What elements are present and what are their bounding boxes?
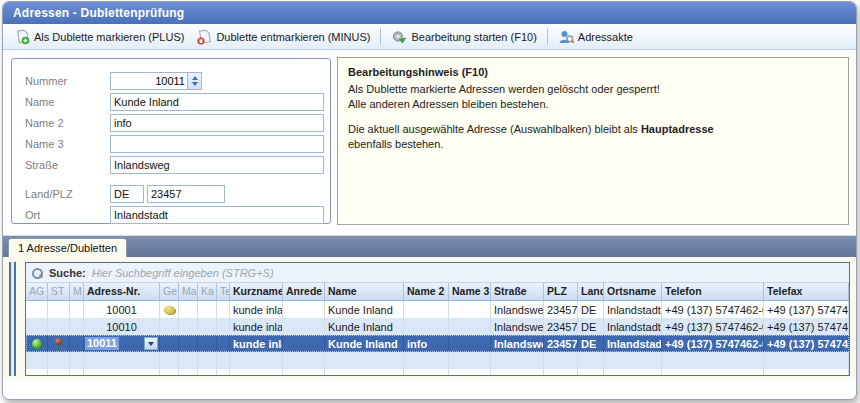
column-header-telefax[interactable]: Telefax [764,283,849,300]
column-header-strasse[interactable]: Straße [491,283,544,300]
cell-telefon: +49 (137) 5747462-00 [662,318,764,335]
table-row[interactable] [26,352,849,369]
mark-duplicate-plus-icon [14,29,30,45]
start-editing-icon [391,29,407,45]
start-editing-label: Bearbeitung starten (F10) [411,31,536,43]
tab-adresse-dubletten[interactable]: 1 Adresse/Dubletten [8,238,127,257]
table-row[interactable]: 10001kunde inlaKunde InlandInlandsweg234… [26,301,849,318]
name-input[interactable] [110,93,324,111]
search-input[interactable]: Hier Suchbegriff eingeben (STRG+S) [92,267,274,279]
cell-ma [179,369,198,376]
start-editing-button[interactable]: Bearbeitung starten (F10) [385,27,542,47]
strasse-input[interactable] [110,156,324,174]
cell-plz [544,352,578,369]
table-row[interactable]: 10011kunde inlaKunde InlandinfoInlandswe… [26,335,849,352]
cell-kurzname: kunde inla [230,335,283,352]
upper-area: Nummer Name Name 2 Name 3 [3,50,856,235]
column-header-telefon[interactable]: Telefon [662,283,764,300]
spinner-up-icon[interactable] [192,76,198,80]
cell-kurzname [230,369,283,376]
cell-land [578,352,604,369]
cell-name2 [404,352,449,369]
cell-ag [26,369,48,376]
cell-telefon: +49 (137) 5747462-00 [662,301,764,318]
cell-telefax: +49 (137) 5747462-99 [764,301,849,318]
cell-st [48,352,70,369]
cell-m [70,335,84,352]
cell-ma [179,352,198,369]
cell-ortsname [604,352,662,369]
adressnr-editor[interactable]: 10011 [84,335,160,352]
table-row[interactable] [26,369,849,376]
column-header-adressnr[interactable]: Adress-Nr. [84,283,160,300]
cell-name3 [449,301,491,318]
column-header-name2[interactable]: Name 2 [404,283,449,300]
cell-name [325,369,404,376]
column-header-m[interactable]: M [70,283,84,300]
column-header-land[interactable]: Land [578,283,604,300]
name3-label: Name 3 [25,138,110,150]
cell-ma [179,318,198,335]
column-header-plz[interactable]: PLZ [544,283,578,300]
cell-anrede [283,369,325,376]
column-header-ka[interactable]: Ka [198,283,217,300]
cell-ge [160,335,179,352]
window-title: Adressen - Dublettenprüfung [3,2,856,24]
cell-st [48,335,70,352]
cell-m [70,352,84,369]
cell-ka [198,352,217,369]
column-header-ma[interactable]: Ma [179,283,198,300]
column-header-st[interactable]: ST [48,283,70,300]
cell-telefon [662,352,764,369]
hint-panel: Bearbeitungshinweis (F10) Als Dublette m… [337,57,849,225]
cell-strasse: Inlandsweg [491,318,544,335]
column-header-ortsname[interactable]: Ortsname [604,283,662,300]
column-header-kurzname[interactable]: Kurzname [230,283,283,300]
cell-land: DE [578,335,604,352]
cell-name: Kunde Inland [325,335,404,352]
column-header-name3[interactable]: Name 3 [449,283,491,300]
address-file-button[interactable]: Adressakte [552,27,639,47]
land-input[interactable] [110,185,144,203]
nummer-spinner[interactable] [187,73,201,89]
cell-ka [198,335,217,352]
cell-kurzname [230,352,283,369]
name2-input[interactable] [110,114,324,132]
dropdown-icon[interactable] [144,337,158,350]
nummer-input[interactable] [111,73,187,89]
cell-name3 [449,369,491,376]
ort-input[interactable] [110,206,324,224]
cell-ortsname: Inlandstadt [604,335,662,352]
ort-label: Ort [25,209,110,221]
table-row[interactable]: 10010kunde inlaKunde InlandInlandsweg234… [26,318,849,335]
plz-input[interactable] [147,185,225,203]
column-header-name[interactable]: Name [325,283,404,300]
cell-land: DE [578,301,604,318]
column-header-anrede[interactable]: Anrede [283,283,325,300]
name3-input[interactable] [110,135,324,153]
vertical-splitter[interactable] [9,262,16,376]
nummer-label: Nummer [25,75,110,87]
column-header-te[interactable]: Te [217,283,230,300]
hint-line-3: Die aktuell ausgewählte Adresse (Auswahl… [348,122,838,137]
cell-ortsname: Inlandstadt [604,301,662,318]
mark-duplicate-button[interactable]: Als Dublette markieren (PLUS) [8,27,190,47]
cell-plz: 23457 [544,301,578,318]
cell-strasse [491,352,544,369]
cell-kurzname: kunde inla [230,318,283,335]
cell-name2: info [404,335,449,352]
hint-line-4: ebenfalls bestehen. [348,137,838,152]
hint-title: Bearbeitungshinweis (F10) [348,65,838,80]
cell-te [217,369,230,376]
column-header-ge[interactable]: Ge [160,283,179,300]
spinner-down-icon[interactable] [192,82,198,86]
grid-search-row[interactable]: Suche: Hier Suchbegriff eingeben (STRG+S… [26,263,849,283]
pushpin-icon [54,338,63,350]
hint-line-1: Als Dublette markierte Adressen werden g… [348,82,838,97]
search-icon [31,267,43,279]
cell-adressnr [84,369,160,376]
cell-telefax: +49 (137) 5747462-99 [764,318,849,335]
address-file-icon [558,29,574,45]
column-header-ag[interactable]: AG [26,283,48,300]
unmark-duplicate-button[interactable]: Dublette entmarkieren (MINUS) [190,27,376,47]
